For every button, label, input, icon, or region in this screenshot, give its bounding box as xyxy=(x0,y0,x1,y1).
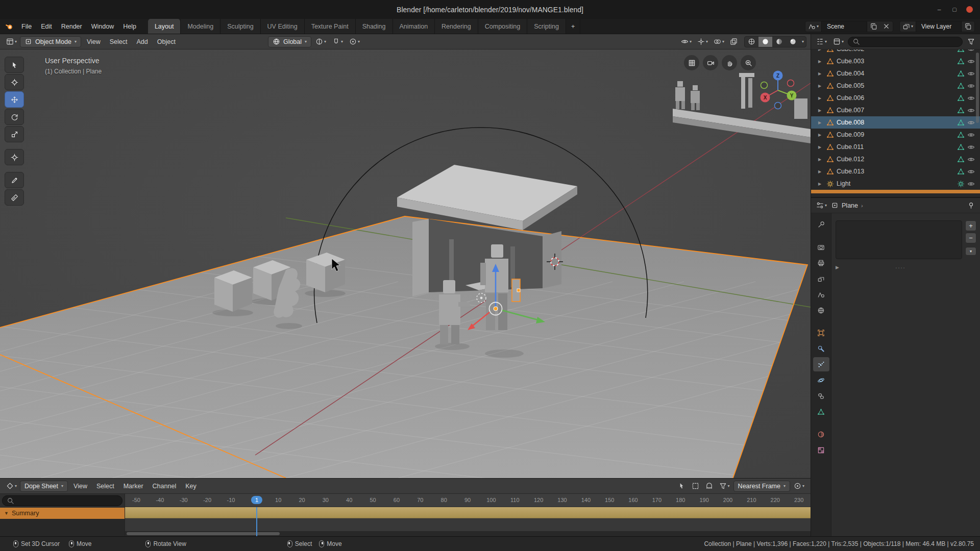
horizontal-scrollbar[interactable] xyxy=(125,531,811,536)
keyframe-region[interactable]: -50-40-30-20-101020304050607080901001101… xyxy=(125,494,811,536)
workspace-tab-uv-editing[interactable]: UV Editing xyxy=(261,19,305,34)
toggle-xray-button[interactable] xyxy=(728,36,740,47)
pan-button[interactable] xyxy=(722,55,737,70)
menu-file[interactable]: File xyxy=(17,19,36,34)
scene-selector[interactable]: ▾ Scene xyxy=(805,21,893,32)
workspace-tab-texture-paint[interactable]: Texture Paint xyxy=(305,19,356,34)
orthographic-button[interactable] xyxy=(684,55,699,70)
snapping-dropdown[interactable]: ▾ xyxy=(330,38,345,45)
properties-tab-material[interactable] xyxy=(813,427,829,441)
properties-tab-modifiers[interactable] xyxy=(813,341,829,356)
particle-systems-list[interactable] xyxy=(836,220,962,259)
properties-tab-render[interactable] xyxy=(813,240,829,254)
outliner-row-cube-002[interactable]: ▶Cube.002 xyxy=(811,49,980,55)
hide-in-viewport-toggle[interactable] xyxy=(967,156,975,163)
tool-select-box[interactable] xyxy=(5,57,24,73)
filter-dropdown[interactable]: ▾ xyxy=(717,482,732,490)
hide-in-viewport-toggle[interactable] xyxy=(967,119,975,127)
expand-arrow-icon[interactable]: ▶ xyxy=(818,96,824,101)
view-layer-name[interactable]: View Layer xyxy=(916,21,962,32)
shading-wireframe-button[interactable] xyxy=(745,37,758,47)
outliner-row-cube-011[interactable]: ▶Cube.011 xyxy=(811,141,980,153)
menu-add[interactable]: Add xyxy=(132,38,153,45)
summary-channel[interactable]: ▼ Summary xyxy=(0,508,125,519)
properties-tab-texture[interactable] xyxy=(813,443,829,457)
menu-select[interactable]: Select xyxy=(105,38,132,45)
axis-neg-z[interactable] xyxy=(775,103,781,109)
tool-rotate[interactable] xyxy=(5,109,24,125)
properties-tab-physics[interactable] xyxy=(813,373,829,387)
expand-arrow-icon[interactable]: ▶ xyxy=(818,71,824,76)
object-visibility-dropdown[interactable]: ▾ xyxy=(679,38,694,45)
overlays-dropdown[interactable]: ▾ xyxy=(712,38,726,45)
outliner-row-cube-009[interactable]: ▶Cube.009 xyxy=(811,129,980,141)
menu-edit[interactable]: Edit xyxy=(36,19,57,34)
workspace-tab-layout[interactable]: Layout xyxy=(148,19,181,34)
scene-name[interactable]: Scene xyxy=(821,21,867,32)
timeline-ruler[interactable]: -50-40-30-20-101020304050607080901001101… xyxy=(125,494,811,507)
proportional-editing-dropdown[interactable]: ▾ xyxy=(792,482,806,490)
properties-tab-output[interactable] xyxy=(813,256,829,270)
camera-button[interactable] xyxy=(703,55,718,70)
blender-logo-icon[interactable] xyxy=(0,19,17,34)
proportional-editing-dropdown[interactable]: ▾ xyxy=(347,38,362,45)
menu-view[interactable]: View xyxy=(82,38,105,45)
new-scene-button[interactable] xyxy=(867,21,880,32)
outliner-row-light[interactable]: ▶Light xyxy=(811,178,980,190)
expand-arrow-icon[interactable]: ▶ xyxy=(818,133,824,137)
properties-tab-world[interactable] xyxy=(813,303,829,317)
snap-mode-dropdown[interactable]: Nearest Frame ▾ xyxy=(733,481,790,492)
snap-toggle[interactable]: ▾ xyxy=(313,38,328,45)
tool-cursor[interactable] xyxy=(5,74,24,90)
shading-dropdown-arrow-icon[interactable]: ▾ xyxy=(800,39,806,44)
expand-arrow-icon[interactable]: ▶ xyxy=(818,49,824,52)
3d-viewport[interactable]: User Perspective (1) Collection | Plane xyxy=(0,49,811,478)
close-button[interactable]: x xyxy=(966,6,973,13)
show-errors-toggle[interactable] xyxy=(703,481,716,492)
only-selected-toggle[interactable] xyxy=(676,481,688,492)
remove-particle-system-button[interactable]: − xyxy=(965,233,976,243)
tool-measure[interactable] xyxy=(5,189,24,206)
workspace-tab-compositing[interactable]: Compositing xyxy=(478,19,527,34)
hide-in-viewport-toggle[interactable] xyxy=(967,143,975,151)
workspace-tab-animation[interactable]: Animation xyxy=(393,19,435,34)
outliner-row-cube-012[interactable]: ▶Cube.012 xyxy=(811,153,980,165)
menu-channel[interactable]: Channel xyxy=(148,483,181,490)
pin-id-button[interactable] xyxy=(965,200,977,211)
expand-arrow-icon[interactable]: ▶ xyxy=(818,157,824,162)
properties-tab-scene[interactable] xyxy=(813,287,829,302)
shading-solid-button[interactable] xyxy=(758,37,772,47)
hide-in-viewport-toggle[interactable] xyxy=(967,168,975,176)
show-hidden-toggle[interactable] xyxy=(690,481,702,492)
interaction-mode-dropdown[interactable]: Object Mode ▾ xyxy=(20,36,81,47)
workspace-tab-modeling[interactable]: Modeling xyxy=(181,19,220,34)
editor-type-dropdown[interactable]: ▾ xyxy=(814,202,829,209)
outliner-row-cube-004[interactable]: ▶Cube.004 xyxy=(811,67,980,80)
editor-type-dropdown[interactable]: ▾ xyxy=(4,38,19,45)
properties-tab-particles[interactable] xyxy=(813,357,829,371)
outliner-row-cube-007[interactable]: ▶Cube.007 xyxy=(811,104,980,116)
outliner-row-cube-006[interactable]: ▶Cube.006 xyxy=(811,92,980,104)
hide-in-viewport-toggle[interactable] xyxy=(967,58,975,65)
shading-material-button[interactable] xyxy=(772,37,786,47)
editor-type-dropdown[interactable]: ▾ xyxy=(814,38,829,45)
outliner-row-cube-008[interactable]: ▶Cube.008 xyxy=(811,116,980,129)
hide-in-viewport-toggle[interactable] xyxy=(967,107,975,114)
editor-type-dropdown[interactable]: ▾ xyxy=(4,482,19,490)
outliner-filter-button[interactable] xyxy=(965,36,977,47)
menu-key[interactable]: Key xyxy=(181,483,201,490)
outliner-search-input[interactable] xyxy=(848,37,963,47)
axis-neg-y[interactable] xyxy=(761,82,768,89)
view-layer-selector[interactable]: ▾ View Layer xyxy=(899,21,975,32)
menu-window[interactable]: Window xyxy=(87,19,118,34)
hide-in-viewport-toggle[interactable] xyxy=(967,70,975,78)
channel-search-input[interactable] xyxy=(2,495,122,506)
transform-orientation-dropdown[interactable]: Global ▾ xyxy=(268,36,311,47)
tool-scale[interactable] xyxy=(5,126,24,142)
shading-rendered-button[interactable] xyxy=(786,37,800,47)
workspace-tab-scripting[interactable]: Scripting xyxy=(527,19,566,34)
summary-keyframe-band[interactable] xyxy=(125,507,811,518)
menu-help[interactable]: Help xyxy=(118,19,141,34)
hide-in-viewport-toggle[interactable] xyxy=(967,82,975,90)
menu-render[interactable]: Render xyxy=(57,19,87,34)
